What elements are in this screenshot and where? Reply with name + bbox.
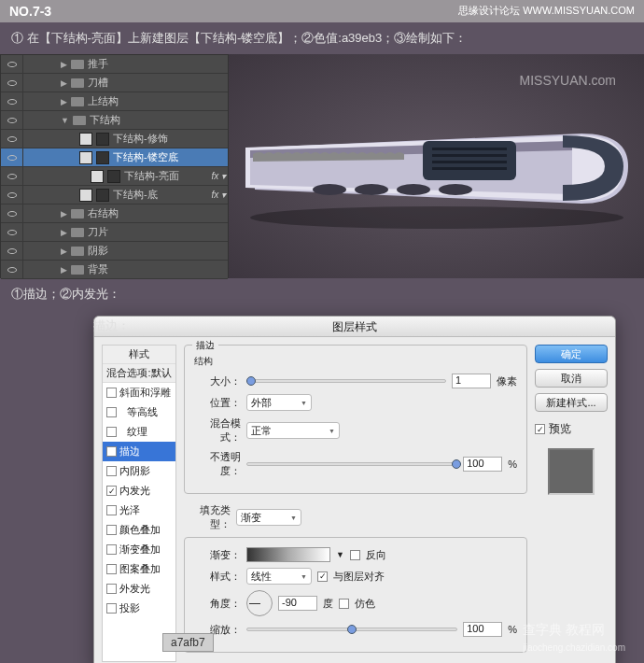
style-item[interactable]: 颜色叠加 [103, 520, 175, 540]
preview-check[interactable]: ✓ [535, 424, 545, 434]
reverse-check[interactable] [350, 550, 360, 560]
style-checkbox[interactable] [106, 466, 117, 476]
folder-icon [71, 209, 84, 219]
align-check[interactable]: ✓ [317, 571, 328, 582]
visibility-toggle[interactable] [1, 242, 23, 260]
opacity-slider[interactable] [246, 462, 457, 466]
fx-badge[interactable]: fx ▾ [211, 171, 226, 181]
chevron-right-icon[interactable]: ▶ [61, 265, 67, 275]
style-checkbox[interactable] [106, 388, 117, 398]
style-item[interactable]: 纹理 [103, 422, 175, 442]
watermark-top: MISSYUAN.com [520, 73, 616, 88]
layer-row[interactable]: ▶ 刀槽 [1, 74, 228, 92]
layer-row[interactable]: ▶ 刀片 [1, 223, 228, 242]
gradient-preview[interactable] [246, 547, 330, 562]
style-checkbox[interactable] [106, 603, 117, 614]
layer-row[interactable]: 下结构-亮面 fx ▾ [1, 167, 228, 186]
header-bar: NO.7-3 思缘设计论坛 WWW.MISSYUAN.COM [0, 0, 644, 22]
style-item[interactable]: ✓内发光 [103, 481, 175, 501]
chevron-right-icon[interactable]: ▶ [61, 228, 67, 237]
style-checkbox[interactable]: ✓ [106, 446, 117, 457]
angle-wheel[interactable] [246, 590, 273, 616]
style-checkbox[interactable] [106, 564, 117, 574]
style-checkbox[interactable] [106, 427, 117, 437]
style-item[interactable]: 光泽 [103, 501, 175, 520]
style-checkbox[interactable] [106, 407, 117, 417]
visibility-toggle[interactable] [1, 223, 23, 241]
chevron-right-icon[interactable]: ▶ [61, 209, 67, 219]
style-checkbox[interactable] [106, 584, 117, 594]
size-slider[interactable] [246, 379, 446, 383]
layer-row[interactable]: 下结构-镂空底 [1, 148, 228, 167]
mask-thumb [96, 151, 109, 164]
struct-title: 结构 [194, 355, 517, 368]
style-checkbox[interactable] [106, 544, 117, 555]
visibility-toggle[interactable] [1, 92, 23, 110]
layer-row[interactable]: ▶ 上结构 [1, 92, 228, 111]
position-select[interactable]: 外部 [246, 394, 312, 411]
hex-value: a7afb7 [162, 633, 214, 652]
visibility-toggle[interactable] [1, 111, 23, 129]
chevron-right-icon[interactable]: ▶ [61, 60, 67, 69]
chevron-right-icon[interactable]: ▶ [61, 97, 67, 106]
layer-row[interactable]: 下结构-底 fx ▾ [1, 186, 228, 205]
visibility-toggle[interactable] [1, 148, 23, 166]
visibility-toggle[interactable] [1, 74, 23, 92]
svg-point-7 [355, 184, 388, 195]
ok-button[interactable]: 确定 [535, 345, 608, 363]
style-label: 渐变叠加 [119, 543, 161, 557]
style-item[interactable]: 图案叠加 [103, 559, 175, 579]
layer-row[interactable]: ▶ 推手 [1, 55, 228, 74]
chevron-right-icon[interactable]: ▶ [61, 78, 67, 88]
chevron-right-icon[interactable]: ▶ [61, 247, 67, 256]
style-checkbox[interactable] [106, 505, 117, 515]
svg-point-6 [313, 184, 346, 195]
style-item[interactable]: 等高线 [103, 402, 175, 422]
filltype-select[interactable]: 渐变 [236, 509, 301, 526]
style-item[interactable]: ✓描边 [103, 442, 175, 461]
style-item[interactable]: 斜面和浮雕 [103, 383, 175, 402]
eye-icon [7, 211, 17, 217]
visibility-toggle[interactable] [1, 186, 23, 204]
style-checkbox[interactable]: ✓ [106, 486, 117, 496]
scale-input[interactable]: 100 [463, 622, 502, 637]
mask-thumb [96, 133, 109, 146]
chevron-down-icon[interactable]: ▼ [61, 116, 69, 125]
blend-select[interactable]: 正常 [246, 422, 340, 439]
style-label: 图案叠加 [119, 562, 161, 576]
style-select[interactable]: 线性 [246, 568, 312, 585]
layer-row[interactable]: ▼ 下结构 [1, 111, 228, 130]
scale-slider[interactable] [246, 628, 457, 631]
style-item[interactable]: 外发光 [103, 579, 175, 599]
style-item[interactable]: 渐变叠加 [103, 540, 175, 559]
instruction-text-2: ①描边；②内发光： [0, 278, 644, 310]
visibility-toggle[interactable] [1, 167, 23, 185]
watermark-bottom: 查字典 教程网 jiaocheng.chazidian.com [523, 622, 625, 654]
layer-row[interactable]: ▶ 右结构 [1, 205, 228, 223]
style-checkbox[interactable] [106, 525, 117, 535]
layer-row[interactable]: ▶ 背景 [1, 261, 228, 279]
fx-badge[interactable]: fx ▾ [211, 190, 226, 200]
eye-icon [7, 155, 17, 161]
layer-row[interactable]: 下结构-修饰 [1, 130, 228, 148]
size-input[interactable]: 1 [452, 374, 491, 388]
layers-panel: ▶ 推手 ▶ 刀槽 ▶ 上结构 ▼ 下结构 [0, 54, 229, 278]
angle-input[interactable]: -90 [278, 596, 317, 611]
new-style-button[interactable]: 新建样式... [535, 393, 608, 412]
dialog-title: 图层样式 [94, 317, 615, 337]
eye-icon [7, 230, 17, 235]
blend-header[interactable]: 混合选项:默认 [103, 364, 175, 383]
visibility-toggle[interactable] [1, 55, 23, 73]
visibility-toggle[interactable] [1, 130, 23, 148]
cancel-button[interactable]: 取消 [535, 369, 608, 388]
visibility-toggle[interactable] [1, 205, 23, 222]
style-item[interactable]: 内阴影 [103, 461, 175, 481]
layer-thumb [79, 189, 92, 202]
opacity-input[interactable]: 100 [463, 457, 502, 472]
layer-row[interactable]: ▶ 阴影 [1, 242, 228, 261]
style-item[interactable]: 投影 [103, 599, 175, 618]
svg-rect-4 [432, 161, 507, 163]
dither-check[interactable] [339, 599, 349, 609]
visibility-toggle[interactable] [1, 261, 23, 278]
folder-icon [71, 228, 84, 237]
